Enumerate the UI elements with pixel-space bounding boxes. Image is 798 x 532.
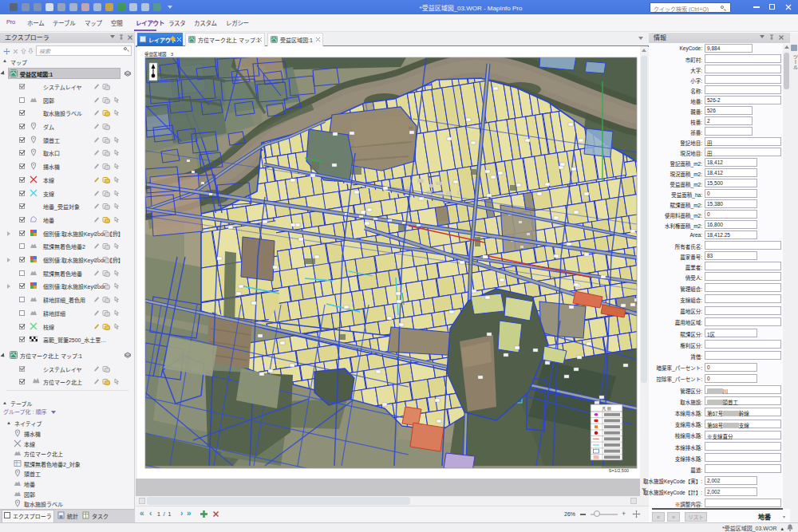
svg-text:受益区域図: 受益区域図: [144, 51, 167, 57]
svg-text:3: 3: [171, 52, 173, 57]
